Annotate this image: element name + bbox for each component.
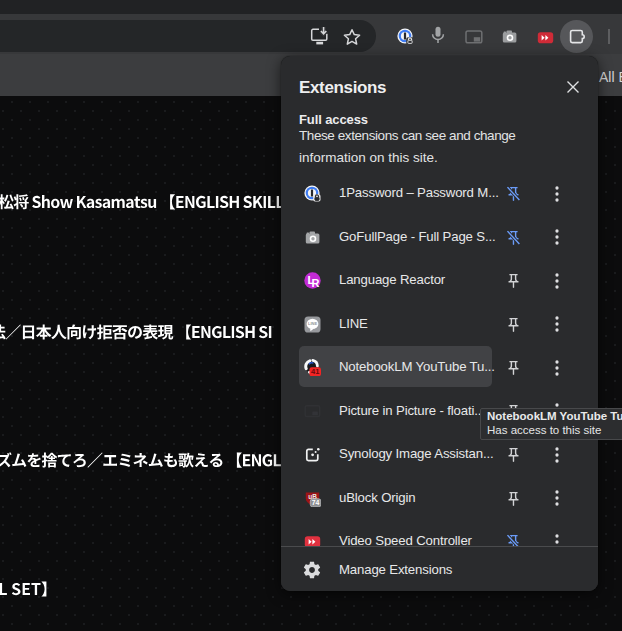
svg-text:74: 74 <box>312 499 320 506</box>
svg-text:LINE: LINE <box>308 321 317 326</box>
svg-text:41: 41 <box>311 367 319 376</box>
svg-text:R: R <box>312 277 320 289</box>
